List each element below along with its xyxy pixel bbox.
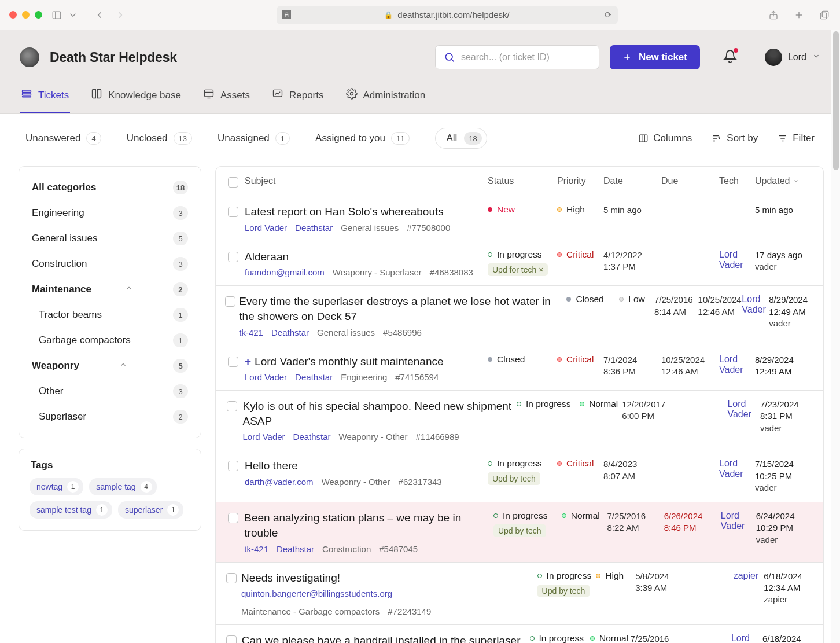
search-input[interactable]: search... (or ticket ID) (435, 45, 599, 69)
category-maintenance[interactable]: Maintenance2 (25, 277, 195, 302)
col-updated[interactable]: Updated (755, 176, 813, 186)
table-row[interactable]: +Lord Vader's monthly suit maintenance L… (216, 346, 823, 391)
expand-icon[interactable]: + (245, 355, 251, 368)
reader-icon[interactable]: 🅰︎ (282, 10, 291, 20)
category-weaponry[interactable]: Weaponry5 (25, 353, 195, 379)
ticket-from[interactable]: quinton.bangerter@billingsstudents.org (241, 589, 392, 598)
select-all-checkbox[interactable] (228, 177, 238, 188)
category-superlaser[interactable]: Superlaser2 (25, 404, 195, 429)
ticket-from[interactable]: Lord Vader (245, 372, 287, 382)
tabs-icon[interactable] (818, 9, 831, 21)
app-logo[interactable] (20, 47, 39, 67)
category-other[interactable]: Other3 (25, 379, 195, 404)
ticket-subject[interactable]: Been analyzing station plans – we may be… (244, 510, 493, 540)
maximize-window-icon[interactable] (35, 11, 42, 19)
back-icon[interactable] (93, 9, 106, 21)
ticket-subject[interactable]: Can we please have a handrail installed … (242, 633, 530, 643)
tab-administration[interactable]: Administration (345, 81, 427, 113)
ticket-subject[interactable]: Hello there (245, 458, 488, 473)
filter-unassigned[interactable]: Unassigned1 (218, 132, 290, 145)
ticket-subject[interactable]: Needs investigating! (241, 571, 537, 586)
ticket-from[interactable]: darth@vader.com (245, 477, 314, 487)
filter-unanswered[interactable]: Unanswered4 (25, 132, 101, 145)
ticket-subject[interactable]: Alderaan (245, 249, 488, 264)
ticket-from[interactable]: Lord Vader (242, 432, 285, 442)
col-tech[interactable]: Tech (719, 176, 755, 186)
col-due[interactable]: Due (661, 176, 719, 186)
notifications-button[interactable] (723, 49, 737, 65)
share-icon[interactable] (767, 9, 780, 21)
table-row[interactable]: Every time the superlaser destroys a pla… (216, 286, 823, 346)
chevron-down-icon[interactable] (67, 9, 79, 21)
table-row[interactable]: Alderaan fuandon@gmail.comWeaponry - Sup… (216, 241, 823, 286)
category-garbage-compactors[interactable]: Garbage compactors1 (25, 328, 195, 353)
ticket-from[interactable]: fuandon@gmail.com (245, 267, 325, 277)
row-checkbox[interactable] (228, 207, 238, 217)
window-scrollbar[interactable] (831, 30, 840, 643)
ticket-tech[interactable]: zapier (734, 571, 764, 617)
table-row[interactable]: Kylo is out of his special shampoo. Need… (216, 391, 823, 450)
row-checkbox[interactable] (226, 635, 237, 643)
ticket-subject[interactable]: Latest report on Han Solo's whereabouts (245, 204, 488, 219)
filter-assigned-to-you[interactable]: Assigned to you11 (315, 132, 410, 145)
user-menu[interactable]: Lord (765, 49, 820, 66)
category-engineering[interactable]: Engineering3 (25, 200, 195, 226)
category-construction[interactable]: Construction3 (25, 251, 195, 277)
status-badge[interactable]: Upd by tech (537, 585, 590, 597)
tab-knowledge-base[interactable]: Knowledge base (90, 81, 182, 113)
col-status[interactable]: Status (488, 176, 557, 186)
minimize-window-icon[interactable] (22, 11, 30, 19)
col-subject[interactable]: Subject (245, 176, 488, 186)
address-bar[interactable]: 🅰︎ 🔒 deathstar.jitbit.com/helpdesk/ ⟳ (277, 6, 618, 24)
refresh-icon[interactable]: ⟳ (605, 10, 612, 20)
tag-sample-test-tag[interactable]: sample test tag1 (30, 501, 112, 519)
table-row[interactable]: Needs investigating! quinton.bangerter@b… (216, 563, 823, 626)
row-checkbox[interactable] (225, 296, 235, 307)
status-badge[interactable]: Upd by tech (488, 472, 540, 485)
row-checkbox[interactable] (228, 357, 238, 367)
row-checkbox[interactable] (228, 252, 238, 262)
sidebar-toggle-icon[interactable] (50, 9, 63, 21)
status-badge[interactable]: Upd by tech (493, 524, 546, 537)
scrollbar-thumb[interactable] (833, 31, 839, 170)
table-row[interactable]: Hello there darth@vader.comWeaponry - Ot… (216, 450, 823, 502)
ticket-tech[interactable]: Lord Vader (742, 294, 769, 337)
ticket-subject[interactable]: +Lord Vader's monthly suit maintenance (245, 354, 488, 369)
tag-superlaser[interactable]: superlaser1 (118, 501, 183, 519)
close-window-icon[interactable] (9, 11, 17, 19)
filter-unclosed[interactable]: Unclosed13 (127, 132, 192, 145)
tab-assets[interactable]: Assets (202, 81, 251, 113)
tag-sample-tag[interactable]: sample tag4 (89, 478, 156, 495)
new-ticket-button[interactable]: New ticket (610, 45, 700, 69)
ticket-subject[interactable]: Kylo is out of his special shampoo. Need… (242, 399, 516, 428)
ticket-company[interactable]: Deathstar (271, 328, 309, 337)
table-row[interactable]: Latest report on Han Solo's whereabouts … (216, 196, 823, 241)
ticket-tech[interactable]: Lord Vader (721, 510, 756, 553)
category-general-issues[interactable]: General issues5 (25, 226, 195, 251)
ticket-tech[interactable]: Lord Vader (719, 354, 755, 383)
ticket-tech[interactable]: Lord Vader (731, 633, 762, 643)
ticket-tech[interactable]: Lord Vader (719, 458, 755, 494)
ticket-subject[interactable]: Every time the superlaser destroys a pla… (239, 294, 566, 324)
columns-button[interactable]: Columns (638, 133, 692, 144)
ticket-tech[interactable]: Lord Vader (719, 249, 755, 278)
row-checkbox[interactable] (228, 513, 238, 523)
new-tab-icon[interactable] (793, 9, 805, 21)
ticket-tech[interactable] (719, 204, 755, 233)
ticket-tech[interactable]: Lord Vader (727, 399, 760, 442)
ticket-company[interactable]: Deathstar (277, 544, 314, 554)
col-priority[interactable]: Priority (557, 176, 603, 186)
row-checkbox[interactable] (228, 461, 238, 471)
tab-reports[interactable]: Reports (271, 81, 325, 113)
table-row[interactable]: Can we please have a handrail installed … (216, 625, 823, 643)
row-checkbox[interactable] (226, 573, 237, 583)
filter-button[interactable]: Filter (778, 133, 815, 144)
tag-newtag[interactable]: newtag1 (30, 478, 83, 495)
status-badge[interactable]: Upd for tech × (488, 263, 548, 276)
category-all-categories[interactable]: All categories18 (25, 175, 195, 200)
ticket-from[interactable]: tk-421 (239, 328, 263, 337)
ticket-company[interactable]: Deathstar (295, 223, 333, 233)
ticket-company[interactable]: Deathstar (293, 432, 331, 442)
chevron-up-icon[interactable] (119, 360, 127, 372)
filter-all[interactable]: All18 (435, 128, 487, 149)
